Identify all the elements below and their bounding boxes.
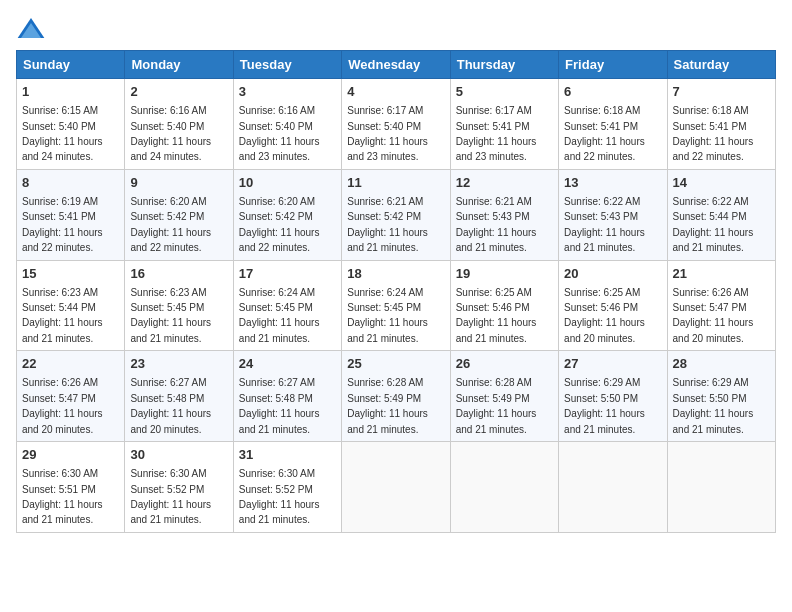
sunset-text: Sunset: 5:40 PM (22, 121, 96, 132)
week-row-4: 22Sunrise: 6:26 AMSunset: 5:47 PMDayligh… (17, 351, 776, 442)
page-header (16, 16, 776, 40)
sunrise-text: Sunrise: 6:23 AM (130, 287, 206, 298)
daylight-label: Daylight: 11 hours and 22 minutes. (239, 227, 320, 253)
day-number: 23 (130, 355, 227, 373)
daylight-label: Daylight: 11 hours and 21 minutes. (673, 408, 754, 434)
sunrise-text: Sunrise: 6:23 AM (22, 287, 98, 298)
day-number: 16 (130, 265, 227, 283)
day-number: 7 (673, 83, 770, 101)
sunrise-text: Sunrise: 6:26 AM (22, 377, 98, 388)
day-header-monday: Monday (125, 51, 233, 79)
sunset-text: Sunset: 5:47 PM (673, 302, 747, 313)
day-number: 26 (456, 355, 553, 373)
sunrise-text: Sunrise: 6:24 AM (347, 287, 423, 298)
sunrise-text: Sunrise: 6:30 AM (22, 468, 98, 479)
day-number: 21 (673, 265, 770, 283)
day-number: 29 (22, 446, 119, 464)
day-number: 17 (239, 265, 336, 283)
day-number: 11 (347, 174, 444, 192)
calendar-cell: 7Sunrise: 6:18 AMSunset: 5:41 PMDaylight… (667, 79, 775, 170)
day-number: 1 (22, 83, 119, 101)
daylight-label: Daylight: 11 hours and 21 minutes. (456, 408, 537, 434)
day-number: 24 (239, 355, 336, 373)
calendar-cell: 12Sunrise: 6:21 AMSunset: 5:43 PMDayligh… (450, 169, 558, 260)
sunset-text: Sunset: 5:46 PM (564, 302, 638, 313)
calendar-cell (450, 442, 558, 533)
sunrise-text: Sunrise: 6:16 AM (239, 105, 315, 116)
week-row-3: 15Sunrise: 6:23 AMSunset: 5:44 PMDayligh… (17, 260, 776, 351)
daylight-label: Daylight: 11 hours and 21 minutes. (564, 408, 645, 434)
daylight-label: Daylight: 11 hours and 21 minutes. (130, 499, 211, 525)
daylight-label: Daylight: 11 hours and 21 minutes. (564, 227, 645, 253)
sunset-text: Sunset: 5:48 PM (239, 393, 313, 404)
day-header-wednesday: Wednesday (342, 51, 450, 79)
sunrise-text: Sunrise: 6:17 AM (456, 105, 532, 116)
sunset-text: Sunset: 5:40 PM (130, 121, 204, 132)
daylight-label: Daylight: 11 hours and 20 minutes. (673, 317, 754, 343)
calendar-cell (342, 442, 450, 533)
daylight-label: Daylight: 11 hours and 22 minutes. (673, 136, 754, 162)
calendar-cell: 6Sunrise: 6:18 AMSunset: 5:41 PMDaylight… (559, 79, 667, 170)
calendar-cell: 16Sunrise: 6:23 AMSunset: 5:45 PMDayligh… (125, 260, 233, 351)
sunrise-text: Sunrise: 6:18 AM (673, 105, 749, 116)
calendar-cell: 18Sunrise: 6:24 AMSunset: 5:45 PMDayligh… (342, 260, 450, 351)
daylight-label: Daylight: 11 hours and 20 minutes. (22, 408, 103, 434)
daylight-label: Daylight: 11 hours and 21 minutes. (22, 317, 103, 343)
sunset-text: Sunset: 5:41 PM (564, 121, 638, 132)
day-header-thursday: Thursday (450, 51, 558, 79)
daylight-label: Daylight: 11 hours and 21 minutes. (347, 408, 428, 434)
daylight-label: Daylight: 11 hours and 21 minutes. (239, 408, 320, 434)
sunrise-text: Sunrise: 6:30 AM (130, 468, 206, 479)
sunrise-text: Sunrise: 6:20 AM (239, 196, 315, 207)
day-number: 25 (347, 355, 444, 373)
calendar-cell: 24Sunrise: 6:27 AMSunset: 5:48 PMDayligh… (233, 351, 341, 442)
calendar-cell: 25Sunrise: 6:28 AMSunset: 5:49 PMDayligh… (342, 351, 450, 442)
daylight-label: Daylight: 11 hours and 21 minutes. (456, 227, 537, 253)
daylight-label: Daylight: 11 hours and 24 minutes. (22, 136, 103, 162)
sunrise-text: Sunrise: 6:26 AM (673, 287, 749, 298)
sunset-text: Sunset: 5:45 PM (239, 302, 313, 313)
day-number: 12 (456, 174, 553, 192)
sunset-text: Sunset: 5:52 PM (239, 484, 313, 495)
sunrise-text: Sunrise: 6:20 AM (130, 196, 206, 207)
calendar-cell: 4Sunrise: 6:17 AMSunset: 5:40 PMDaylight… (342, 79, 450, 170)
daylight-label: Daylight: 11 hours and 21 minutes. (22, 499, 103, 525)
sunrise-text: Sunrise: 6:25 AM (564, 287, 640, 298)
calendar-cell: 11Sunrise: 6:21 AMSunset: 5:42 PMDayligh… (342, 169, 450, 260)
day-number: 30 (130, 446, 227, 464)
sunrise-text: Sunrise: 6:29 AM (673, 377, 749, 388)
day-number: 4 (347, 83, 444, 101)
daylight-label: Daylight: 11 hours and 22 minutes. (564, 136, 645, 162)
sunrise-text: Sunrise: 6:17 AM (347, 105, 423, 116)
day-number: 14 (673, 174, 770, 192)
calendar-cell: 3Sunrise: 6:16 AMSunset: 5:40 PMDaylight… (233, 79, 341, 170)
calendar-cell: 17Sunrise: 6:24 AMSunset: 5:45 PMDayligh… (233, 260, 341, 351)
sunset-text: Sunset: 5:48 PM (130, 393, 204, 404)
daylight-label: Daylight: 11 hours and 24 minutes. (130, 136, 211, 162)
calendar-cell: 5Sunrise: 6:17 AMSunset: 5:41 PMDaylight… (450, 79, 558, 170)
sunrise-text: Sunrise: 6:15 AM (22, 105, 98, 116)
sunset-text: Sunset: 5:49 PM (347, 393, 421, 404)
calendar-cell: 15Sunrise: 6:23 AMSunset: 5:44 PMDayligh… (17, 260, 125, 351)
day-number: 20 (564, 265, 661, 283)
sunset-text: Sunset: 5:44 PM (673, 211, 747, 222)
sunrise-text: Sunrise: 6:27 AM (239, 377, 315, 388)
calendar-cell: 28Sunrise: 6:29 AMSunset: 5:50 PMDayligh… (667, 351, 775, 442)
daylight-label: Daylight: 11 hours and 21 minutes. (239, 317, 320, 343)
sunrise-text: Sunrise: 6:24 AM (239, 287, 315, 298)
sunrise-text: Sunrise: 6:19 AM (22, 196, 98, 207)
sunset-text: Sunset: 5:50 PM (564, 393, 638, 404)
sunset-text: Sunset: 5:46 PM (456, 302, 530, 313)
calendar-table: SundayMondayTuesdayWednesdayThursdayFrid… (16, 50, 776, 533)
calendar-cell: 23Sunrise: 6:27 AMSunset: 5:48 PMDayligh… (125, 351, 233, 442)
calendar-cell: 21Sunrise: 6:26 AMSunset: 5:47 PMDayligh… (667, 260, 775, 351)
sunrise-text: Sunrise: 6:27 AM (130, 377, 206, 388)
sunset-text: Sunset: 5:40 PM (347, 121, 421, 132)
sunrise-text: Sunrise: 6:16 AM (130, 105, 206, 116)
calendar-cell: 30Sunrise: 6:30 AMSunset: 5:52 PMDayligh… (125, 442, 233, 533)
calendar-cell: 14Sunrise: 6:22 AMSunset: 5:44 PMDayligh… (667, 169, 775, 260)
sunset-text: Sunset: 5:40 PM (239, 121, 313, 132)
sunrise-text: Sunrise: 6:21 AM (347, 196, 423, 207)
sunset-text: Sunset: 5:41 PM (456, 121, 530, 132)
sunrise-text: Sunrise: 6:22 AM (564, 196, 640, 207)
